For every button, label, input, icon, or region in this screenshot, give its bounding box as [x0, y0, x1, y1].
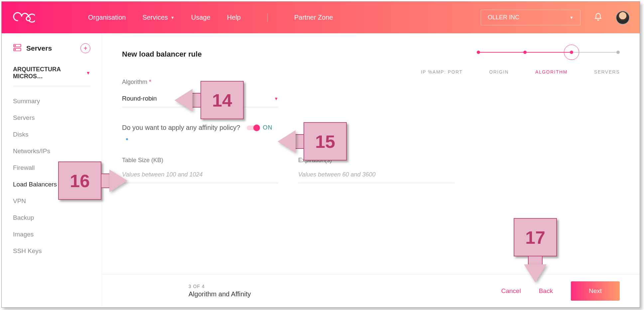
sidebar-item-networks[interactable]: Networks/IPs — [2, 143, 102, 159]
sidebar-menu: Summary Servers Disks Networks/IPs Firew… — [2, 93, 102, 259]
sidebar-item-images[interactable]: Images — [2, 226, 102, 243]
algorithm-label: Algorithm * — [122, 79, 151, 85]
info-dot-icon — [126, 138, 128, 140]
wizard-stepper — [477, 51, 620, 54]
architecture-selector-label: ARQUITECTURA MICROS… — [13, 66, 82, 80]
step-label-2: ORIGIN — [489, 69, 509, 75]
footer-step-count: 3 OF 4 — [189, 284, 251, 289]
architecture-selector[interactable]: ARQUITECTURA MICROS… ▼ — [13, 66, 90, 83]
sidebar-item-servers[interactable]: Servers — [2, 110, 102, 126]
add-server-button[interactable]: + — [80, 43, 90, 53]
user-avatar[interactable] — [616, 11, 630, 25]
back-button[interactable]: Back — [539, 287, 553, 295]
top-nav: Organisation Services ▼ Usage Help Partn… — [2, 2, 640, 33]
nav-usage[interactable]: Usage — [191, 14, 210, 21]
svg-point-4 — [15, 49, 15, 50]
sidebar: Servers + ARQUITECTURA MICROS… ▼ Summary… — [2, 33, 102, 307]
step-label-4: SERVERS — [594, 69, 620, 75]
nav-services[interactable]: Services ▼ — [142, 14, 175, 21]
main-area: New load balancer rule IP %AMP: PORT ORI… — [102, 33, 640, 307]
sidebar-item-vpn[interactable]: VPN — [2, 193, 102, 209]
sidebar-item-disks[interactable]: Disks — [2, 126, 102, 143]
affinity-toggle[interactable]: ON — [247, 124, 272, 131]
step-dot-3-current — [570, 51, 573, 54]
sidebar-title: Servers — [26, 44, 52, 52]
org-selector[interactable]: OLLER INC ▼ — [481, 10, 580, 25]
affinity-question-label: Do you want to apply any affinity policy… — [122, 124, 240, 132]
expiration-input[interactable] — [298, 168, 454, 183]
nav-organisation[interactable]: Organisation — [88, 14, 126, 21]
chevron-down-icon: ▼ — [171, 15, 175, 20]
chevron-down-icon: ▼ — [570, 15, 574, 20]
expiration-label: Expiration(s) — [298, 157, 454, 164]
footer-step-name: Algorithm and Affinity — [189, 290, 251, 298]
wizard-step-labels: IP %AMP: PORT ORIGIN ALGORITHM SERVERS — [421, 69, 620, 75]
step-line — [527, 52, 570, 53]
table-size-input[interactable] — [122, 168, 278, 183]
sidebar-item-load-balancers[interactable]: Load Balancers — [2, 176, 102, 193]
step-dot-1 — [477, 51, 480, 54]
step-label-1: IP %AMP: PORT — [421, 69, 463, 75]
next-button[interactable]: Next — [571, 281, 620, 301]
logo[interactable] — [12, 10, 81, 25]
toggle-state-label: ON — [263, 124, 272, 131]
toggle-knob — [253, 125, 260, 131]
divider — [13, 86, 90, 86]
sidebar-item-backup[interactable]: Backup — [2, 209, 102, 226]
step-dot-4 — [616, 51, 620, 54]
step-dot-2 — [523, 51, 527, 54]
sidebar-item-ssh-keys[interactable]: SSH Keys — [2, 243, 102, 259]
nav-help[interactable]: Help — [227, 14, 241, 21]
sidebar-item-firewall[interactable]: Firewall — [2, 159, 102, 176]
org-selector-label: OLLER INC — [488, 14, 519, 21]
cancel-button[interactable]: Cancel — [501, 287, 521, 295]
step-line — [480, 52, 523, 53]
algorithm-select[interactable]: Round-robin ▼ — [122, 92, 278, 107]
wizard-footer: 3 OF 4 Algorithm and Affinity Cancel Bac… — [102, 274, 640, 307]
servers-icon — [13, 43, 22, 53]
toggle-track — [247, 126, 259, 130]
table-size-label: Table Size (KB) — [122, 157, 278, 164]
svg-point-3 — [15, 45, 15, 46]
chevron-down-icon: ▼ — [274, 96, 278, 101]
nav-partner-zone[interactable]: Partner Zone — [294, 14, 333, 21]
svg-point-0 — [26, 17, 30, 21]
step-label-3: ALGORITHM — [535, 69, 568, 75]
notifications-icon[interactable] — [594, 13, 602, 23]
step-line — [573, 52, 616, 53]
algorithm-value: Round-robin — [122, 95, 157, 102]
sidebar-item-summary[interactable]: Summary — [2, 93, 102, 110]
nav-divider — [267, 13, 268, 22]
chevron-down-icon: ▼ — [86, 70, 90, 76]
cloud-logo-icon — [12, 10, 35, 25]
